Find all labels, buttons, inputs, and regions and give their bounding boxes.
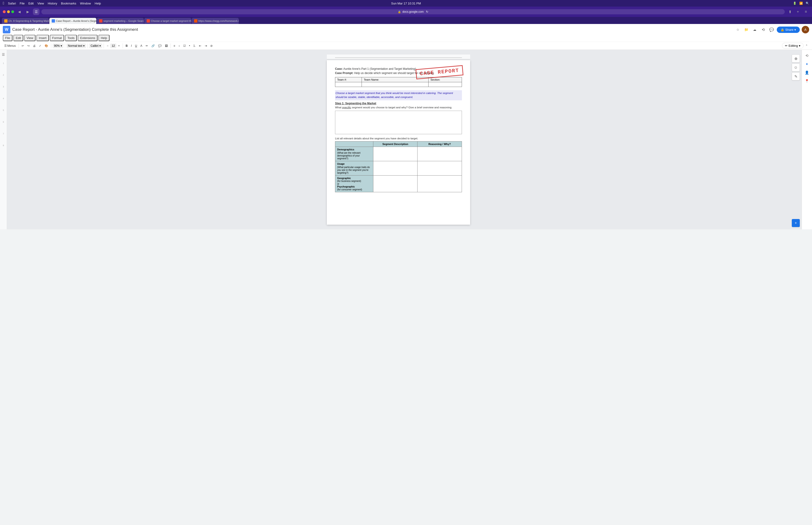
menu-extensions[interactable]: Extensions [78,35,97,41]
undo-button[interactable]: ↩ [20,44,25,48]
document-scroll-area[interactable]: CASE REPORT Case: Auntie Anne's Part 1 (… [7,50,790,229]
tab-ppt[interactable]: Ch. 8 Segmenting & Targeting Markets Onl… [2,18,49,24]
answer-box[interactable] [335,111,462,134]
tab-chegg[interactable]: https://www.chegg.com/homework-help/ques… [192,18,239,24]
person-sidebar-icon[interactable]: 👤 [803,69,811,76]
line-6: 6 [3,121,4,123]
outline-toggle-button[interactable]: ☰ [1,52,6,57]
comments-button[interactable]: 💬 [768,26,775,33]
forward-button[interactable]: ▶ [25,9,31,15]
italic-button[interactable]: I [130,44,133,48]
demographics-description-cell[interactable] [373,147,417,161]
team-number-cell[interactable]: Team #: [335,77,362,82]
tab-search[interactable]: segment marketing – Google Search [97,18,144,24]
close-button[interactable] [3,10,6,13]
tab-docs-favicon [52,19,55,22]
add-button[interactable]: + [792,219,800,227]
underline-button[interactable]: U [134,44,139,48]
usage-description-cell[interactable] [373,161,417,175]
tab-docs[interactable]: Case Report – Auntie Anne's (Segmentatio… [49,18,96,24]
menu-insert[interactable]: Insert [36,35,49,41]
demographics-reasoning-cell[interactable] [417,147,462,161]
view-menu[interactable]: View [37,2,44,5]
usage-reasoning-cell[interactable] [417,161,462,175]
numbered-list-button[interactable]: 1. [192,44,197,48]
inline-comment-button[interactable]: ✎ [792,72,800,80]
team-name-input[interactable] [362,82,429,87]
edit-menu[interactable]: Edit [28,2,34,5]
font-size-increase[interactable]: + [117,44,121,48]
menu-help[interactable]: Help [98,35,109,41]
clear-formatting-button[interactable]: ⊘ [209,44,214,48]
team-number-input[interactable] [335,82,362,87]
user-avatar[interactable]: A [802,26,809,33]
back-button[interactable]: ◀ [16,9,22,15]
font-size-decrease[interactable]: − [105,44,110,48]
zoom-dropdown[interactable]: 90% ▾ [52,44,63,48]
maximize-button[interactable] [11,10,14,13]
browser-tab-bar: Ch. 8 Segmenting & Targeting Markets Onl… [0,17,812,24]
history-button[interactable]: ⟲ [760,26,766,33]
window-menu[interactable]: Window [80,2,91,5]
maps-pin-icon[interactable]: 📍 [803,77,811,85]
insert-image-button[interactable]: 🖼 [164,44,169,48]
segment-col3-header: Reasoning / Why? [417,141,462,147]
add-content-button[interactable]: ⊕ [792,55,800,62]
share-page-button[interactable]: ⬆ [787,9,793,15]
tab-target[interactable]: Choose a target market segment that you … [144,18,191,24]
safari-menu[interactable]: Safari [8,2,16,5]
line-spacing-button[interactable]: ↕ [177,44,181,48]
add-comment-button[interactable]: 💬 [157,44,163,48]
section-input[interactable] [429,82,462,87]
document-title[interactable]: Case Report - Auntie Anne's (Segmentatio… [12,27,733,32]
bookmarks-menu[interactable]: Bookmarks [61,2,76,5]
menu-file[interactable]: File [3,35,13,41]
search-icon[interactable]: 🔍 [806,2,809,5]
share-button[interactable]: 🔒 Share ▾ [777,27,800,33]
print-button[interactable]: 🖨 [31,44,37,48]
gdocs-app-icon: W [3,26,10,33]
menu-tools[interactable]: Tools [65,35,77,41]
history-menu[interactable]: History [48,2,57,5]
star-button[interactable]: ☆ [734,26,741,33]
move-button[interactable]: 📁 [743,26,750,33]
section-cell[interactable]: Section: [429,77,462,82]
zoom-dropdown-icon: ▾ [61,44,62,47]
bullet-list-button[interactable]: • [188,44,191,48]
geo-description-cell[interactable] [373,175,417,192]
collapse-toolbar-button[interactable]: ⌃ [804,44,809,48]
url-bar[interactable]: 🔒 docs.google.com ↻ [41,9,785,14]
new-tab-button[interactable]: + [795,9,801,15]
file-menu[interactable]: File [20,2,25,5]
gemini-icon[interactable]: ✦ [803,61,811,68]
reload-icon[interactable]: ↻ [426,10,428,13]
cloud-button[interactable]: ☁ [751,26,758,33]
menu-format[interactable]: Format [50,35,64,41]
decrease-indent-button[interactable]: ⇤ [198,44,203,48]
style-dropdown[interactable]: Normal text ▾ [66,44,86,48]
menu-view[interactable]: View [24,35,35,41]
more-button[interactable]: ≡ [802,9,809,15]
highlight-button[interactable]: ✏ [144,44,150,48]
text-color-button[interactable]: A [139,44,144,48]
menu-edit[interactable]: Edit [13,35,23,41]
editing-dropdown[interactable]: ✏ Editing ▾ [782,43,803,49]
sidebar-toggle[interactable]: ☰ [33,9,40,15]
paint-format-button[interactable]: 🎨 [43,44,49,48]
font-size-input[interactable]: 12 [110,44,116,48]
geo-reasoning-cell[interactable] [417,175,462,192]
link-button[interactable]: 🔗 [150,44,156,48]
menus-button[interactable]: ☰ Menus [3,44,17,48]
increase-indent-button[interactable]: ⇥ [203,44,209,48]
spellcheck-button[interactable]: ✓ [37,44,43,48]
browser-controls-bar: ◀ ▶ ☰ 🔒 docs.google.com ↻ ⬆ + ≡ [0,6,812,17]
chat-history-icon[interactable]: ⟲ [803,52,811,59]
align-button[interactable]: ≡ [172,44,177,48]
minimize-button[interactable] [7,10,10,13]
checklist-button[interactable]: ☑ [182,44,187,48]
bold-button[interactable]: B [124,44,129,48]
redo-button[interactable]: ↪ [26,44,31,48]
help-menu[interactable]: Help [95,2,101,5]
emoji-button[interactable]: ☺ [792,63,800,72]
font-dropdown[interactable]: Calibri ▾ [89,44,102,48]
